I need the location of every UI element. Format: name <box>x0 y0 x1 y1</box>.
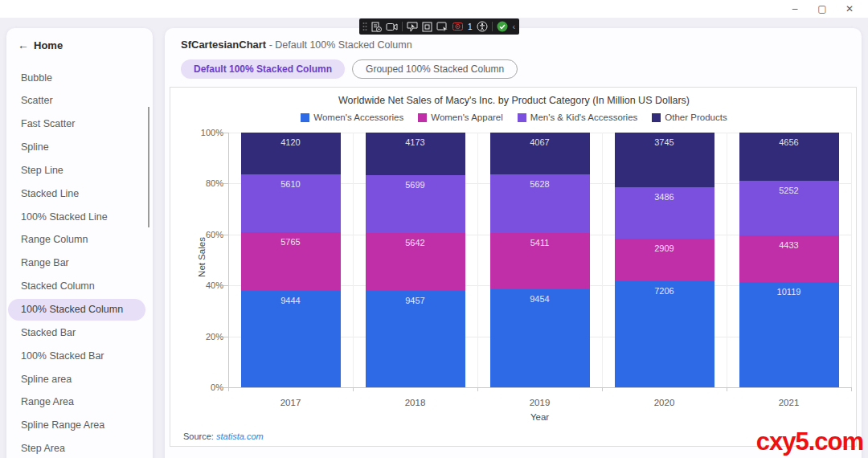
sidebar-title: Home <box>34 39 63 51</box>
bar-data-label: 9444 <box>241 296 341 305</box>
bar-data-label: 2909 <box>615 243 714 253</box>
bar-data-label: 9454 <box>490 294 590 304</box>
sidebar-item-stacked-column[interactable]: Stacked Column <box>8 276 145 297</box>
bar-data-label: 3745 <box>615 137 714 147</box>
sidebar-item-step-area[interactable]: Step Area <box>8 438 145 458</box>
chart-title: Worldwide Net Sales of Macy's Inc. by Pr… <box>203 95 825 106</box>
minimize-button[interactable]: – <box>781 0 809 18</box>
sidebar-item-range-bar[interactable]: Range Bar <box>8 252 145 274</box>
sidebar-item-range-area[interactable]: Range Area <box>8 391 145 413</box>
drag-handle-icon[interactable] <box>362 20 367 33</box>
x-tick-label: 2020 <box>615 398 714 407</box>
chip-grouped-stacked[interactable]: Grouped 100% Stacked Column <box>352 59 518 79</box>
y-tick-label: 40% <box>191 280 223 290</box>
sidebar-item-100-stacked-column[interactable]: 100% Stacked Column <box>8 299 145 321</box>
bar-data-label: 10119 <box>739 287 839 296</box>
bar-data-label: 4173 <box>366 137 465 147</box>
inspector-settings-icon[interactable] <box>371 20 382 33</box>
x-axis-tick <box>851 387 852 391</box>
bar-data-label: 5699 <box>366 180 465 190</box>
x-tick-label: 2019 <box>490 398 590 407</box>
sidebar-item-spline-area[interactable]: Spline area <box>8 368 145 390</box>
maximize-button[interactable]: ▢ <box>809 0 836 18</box>
sidebar-item-range-column[interactable]: Range Column <box>8 229 145 251</box>
bar-data-label: 4067 <box>490 137 590 147</box>
sidebar-item-spline-range-area[interactable]: Spline Range Area <box>8 415 145 436</box>
bar-data-label: 5411 <box>490 238 590 247</box>
legend-item[interactable]: Men's & Kid's Accessories <box>518 112 638 122</box>
sidebar-item-stacked-line[interactable]: Stacked Line <box>8 182 145 204</box>
legend-swatch-icon <box>301 113 309 122</box>
accessibility-icon[interactable] <box>477 20 488 33</box>
legend-label: Women's Accessories <box>313 112 403 122</box>
sidebar-item-bubble[interactable]: Bubble <box>8 67 145 88</box>
window-controls: – ▢ ✕ <box>781 0 863 18</box>
y-tick-label: 100% <box>191 128 223 137</box>
legend-swatch-icon <box>652 113 661 122</box>
bar-data-label: 4433 <box>739 240 839 250</box>
sidebar-header: ← Home <box>6 36 153 55</box>
back-arrow-icon[interactable]: ← <box>18 39 29 51</box>
gridline <box>477 133 478 387</box>
close-button[interactable]: ✕ <box>836 0 863 18</box>
sidebar-item-fast-scatter[interactable]: Fast Scatter <box>8 113 145 135</box>
bar-data-label: 7206 <box>615 286 714 296</box>
guidelines-icon[interactable] <box>422 20 432 33</box>
sidebar-item-100-stacked-line[interactable]: 100% Stacked Line <box>8 206 145 227</box>
legend-swatch-icon <box>518 113 526 122</box>
bar-data-label: 5628 <box>490 179 590 189</box>
sidebar-item-step-line[interactable]: Step Line <box>8 159 145 181</box>
y-axis-title: Net Sales <box>197 237 207 277</box>
watermark: cxy5.com <box>756 427 863 456</box>
select-widget-icon[interactable] <box>407 20 418 33</box>
x-axis-title: Year <box>228 412 851 422</box>
breadcrumb: SfCartesianChart - Default 100% Stacked … <box>181 39 412 51</box>
legend-label: Other Products <box>665 112 727 122</box>
sidebar: ← Home BubbleScatterFast ScatterSplineSt… <box>6 28 153 458</box>
legend-item[interactable]: Women's Apparel <box>418 112 503 122</box>
legend-label: Women's Apparel <box>431 112 503 122</box>
status-check-icon[interactable] <box>497 20 508 33</box>
gridline <box>602 133 603 387</box>
collapse-chevron-icon[interactable]: ‹ <box>512 22 517 31</box>
chip-group: Default 100% Stacked Column Grouped 100%… <box>181 59 518 79</box>
gridline <box>851 133 852 387</box>
bar-segment[interactable] <box>241 291 341 387</box>
source-line: Source: statista.com <box>183 431 264 441</box>
sidebar-item-stacked-bar[interactable]: Stacked Bar <box>8 321 145 343</box>
legend-item[interactable]: Other Products <box>652 112 727 122</box>
y-tick-label: 0% <box>191 382 223 392</box>
bar-segment[interactable] <box>739 282 839 387</box>
debug-toolbar[interactable]: 1 ‹ <box>359 18 519 35</box>
legend-item[interactable]: Women's Accessories <box>301 112 403 122</box>
y-axis-line <box>228 133 229 387</box>
bar-data-label: 4656 <box>739 137 839 147</box>
y-tick-label: 80% <box>191 178 223 188</box>
bar-data-label: 5765 <box>241 237 341 247</box>
bar-data-label: 5252 <box>739 186 839 195</box>
legend-label: Men's & Kid's Accessories <box>530 112 638 122</box>
sidebar-item-scatter[interactable]: Scatter <box>8 90 145 112</box>
breadcrumb-page-name: Default 100% Stacked Column <box>275 39 411 51</box>
legend-swatch-icon <box>418 113 427 122</box>
chart-legend: Women's AccessoriesWomen's ApparelMen's … <box>203 112 825 122</box>
bar-segment[interactable] <box>490 289 590 387</box>
chart-card: Worldwide Net Sales of Macy's Inc. by Pr… <box>170 87 857 447</box>
source-link[interactable]: statista.com <box>216 431 264 441</box>
sidebar-scrollbar-thumb[interactable] <box>148 107 149 227</box>
error-badge-icon[interactable] <box>452 20 463 33</box>
y-tick-label: 20% <box>191 332 223 341</box>
bar-segment[interactable] <box>615 281 714 387</box>
sidebar-item-spline[interactable]: Spline <box>8 137 145 158</box>
x-tick-label: 2017 <box>241 398 341 407</box>
sidebar-item-100-stacked-bar[interactable]: 100% Stacked Bar <box>8 345 145 366</box>
bar-segment[interactable] <box>366 291 465 387</box>
toolbar-divider <box>492 22 493 31</box>
camera-icon[interactable] <box>386 20 398 33</box>
chip-default-stacked[interactable]: Default 100% Stacked Column <box>181 59 345 79</box>
error-count-badge: 1 <box>468 22 473 31</box>
x-tick-label: 2018 <box>366 398 465 407</box>
screenshot-icon[interactable] <box>436 20 448 33</box>
bar-data-label: 9457 <box>366 296 465 305</box>
x-axis-line <box>228 387 851 388</box>
